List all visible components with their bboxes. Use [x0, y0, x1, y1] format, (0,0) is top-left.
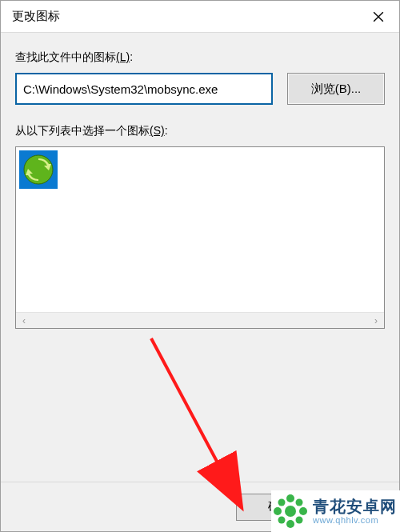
watermark: 青花安卓网 www.qhhlv.com: [271, 490, 400, 532]
look-in-accel: (L): [116, 50, 130, 63]
svg-point-6: [285, 506, 296, 517]
change-icon-dialog: 更改图标 查找此文件中的图标 (L): 浏览(B)... 从以下列表中选择一个图…: [0, 0, 400, 532]
svg-point-9: [274, 507, 282, 515]
svg-line-5: [151, 338, 239, 503]
browse-button[interactable]: 浏览(B)...: [287, 73, 385, 105]
dialog-body: 查找此文件中的图标 (L): 浏览(B)... 从以下列表中选择一个图标 (S)…: [1, 33, 399, 482]
dialog-title: 更改图标: [12, 9, 358, 24]
svg-point-7: [286, 494, 294, 502]
icon-item-sync[interactable]: [19, 150, 58, 189]
select-icon-text: 从以下列表中选择一个图标: [15, 124, 150, 138]
close-icon: [373, 11, 384, 22]
select-icon-label: 从以下列表中选择一个图标 (S):: [15, 124, 385, 138]
titlebar: 更改图标: [1, 1, 399, 33]
svg-point-13: [278, 517, 286, 524]
select-icon-accel: (S): [150, 124, 165, 137]
svg-point-8: [286, 520, 294, 528]
sync-icon: [22, 154, 54, 186]
look-in-label: 查找此文件中的图标 (L):: [15, 50, 385, 65]
scroll-right-icon[interactable]: ›: [368, 313, 384, 329]
svg-point-12: [296, 499, 303, 506]
watermark-name: 青花安卓网: [313, 498, 397, 515]
svg-point-14: [296, 517, 303, 524]
horizontal-scrollbar[interactable]: ‹ ›: [16, 312, 384, 328]
path-row: 浏览(B)...: [15, 73, 385, 105]
look-in-text: 查找此文件中的图标: [15, 50, 116, 65]
watermark-url: www.qhhlv.com: [313, 515, 397, 525]
icon-list[interactable]: ‹ ›: [15, 146, 385, 329]
watermark-logo-icon: [273, 494, 308, 529]
svg-point-10: [299, 507, 307, 515]
svg-point-11: [278, 499, 286, 506]
icon-path-input[interactable]: [15, 73, 273, 105]
close-button[interactable]: [358, 1, 399, 33]
scroll-left-icon[interactable]: ‹: [16, 313, 32, 329]
